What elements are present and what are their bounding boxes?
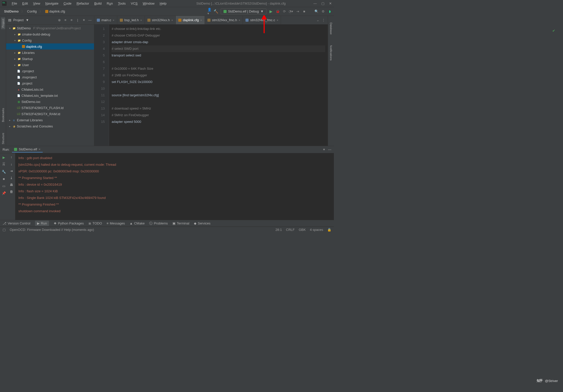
menu-run[interactable]: Run [105, 1, 115, 6]
breadcrumb-item[interactable]: daplink.cfg [43, 9, 67, 14]
run-tool-button[interactable]: ▶ Run [35, 221, 49, 226]
code-body[interactable]: # choose st-link/j-link/dap-link etc.# c… [109, 25, 328, 146]
rerun-icon[interactable]: ▶ [2, 155, 6, 159]
pin-icon[interactable]: 📌 [2, 191, 6, 195]
tree-folder[interactable]: ▾📁Config [6, 37, 94, 43]
ide-icon[interactable]: ◗ [328, 9, 332, 14]
hide-icon[interactable]: — [88, 18, 92, 22]
notifications-tool-tab[interactable]: Notifications [329, 44, 333, 62]
tree-folder[interactable]: ▸📁Libraries [6, 50, 94, 56]
menu-navigate[interactable]: Navigate [43, 1, 60, 6]
minimize-button[interactable]: — [313, 2, 317, 5]
menu-view[interactable]: View [31, 1, 42, 6]
tree-file[interactable]: 📄.cproject [6, 68, 94, 74]
tree-folder[interactable]: ▸📁User [6, 62, 94, 68]
tree-root[interactable]: ▾📁StdDemoF:\Programmer\JetBrainsProject [6, 25, 94, 31]
project-tool-tab[interactable]: Project [1, 17, 5, 29]
close-icon[interactable]: × [277, 19, 278, 22]
breadcrumb-item[interactable]: StdDemo [2, 9, 21, 14]
problems-tool-button[interactable]: ⓘ Problems [149, 221, 168, 226]
close-icon[interactable]: × [171, 19, 173, 22]
tab-bsp-led[interactable]: bsp_led.h× [117, 16, 145, 24]
wrap-icon[interactable]: ⇥ [10, 169, 13, 173]
down-icon[interactable]: ↓ [10, 162, 12, 166]
profile-icon[interactable]: ◔▾ [289, 9, 293, 14]
close-icon[interactable]: × [200, 19, 202, 22]
tool-windows-icon[interactable]: ▢ [3, 228, 6, 232]
tree-scratches[interactable]: ▸◕Scratches and Consoles [6, 123, 94, 129]
run-hide-icon[interactable]: — [328, 148, 331, 151]
vcs-tool-button[interactable]: ⎇ Version Control [3, 221, 30, 225]
menu-vcs[interactable]: VCS [129, 1, 140, 6]
tab-daplink-cfg[interactable]: daplink.cfg× [176, 16, 205, 24]
tree-file[interactable]: 📄.mxproject [6, 74, 94, 80]
close-icon[interactable]: × [113, 19, 114, 22]
tree-file[interactable]: ▦StdDemo.ioc [6, 99, 94, 105]
attach-icon[interactable]: ⇥ [296, 9, 300, 14]
tree-folder[interactable]: ▸📁Startup [6, 56, 94, 62]
collapse-icon[interactable]: ≡ [69, 18, 74, 22]
caret-position[interactable]: 28:1 [275, 228, 282, 232]
tab-main-c[interactable]: main.c× [94, 16, 117, 24]
tree-file-selected[interactable]: daplink.cfg [6, 43, 94, 50]
print-icon[interactable]: 🖶 [10, 183, 13, 187]
tree-external-libs[interactable]: ▸⫼External Libraries [6, 117, 94, 123]
close-icon[interactable]: × [39, 147, 41, 151]
close-icon[interactable]: × [140, 19, 142, 22]
menu-file[interactable]: File [10, 1, 19, 6]
run-config-selector[interactable]: StdDemo.elf | Debug ▼ [221, 8, 266, 14]
trash-icon[interactable]: 🗑 [10, 190, 13, 194]
code-editor[interactable]: 123456789101112131415 # choose st-link/j… [94, 25, 328, 146]
wrench-icon[interactable]: 🔧 [2, 170, 6, 174]
tree-file[interactable]: ▲CMakeLists.txt [6, 86, 94, 92]
services-tool-button[interactable]: ◆ Services [194, 221, 210, 225]
stop-icon[interactable]: ■ [2, 177, 6, 181]
encoding[interactable]: GBK [299, 228, 306, 232]
scroll-icon[interactable]: ⤓ [10, 176, 13, 180]
structure-tool-tab[interactable]: Structure [1, 131, 5, 146]
menu-help[interactable]: Help [158, 1, 169, 6]
menu-refactor[interactable]: Refactor [75, 1, 91, 6]
tree-file[interactable]: LDSTM32F429IGTX_RAM.ld [6, 111, 94, 117]
locate-icon[interactable]: ⊕ [57, 18, 61, 22]
tree-folder[interactable]: ▸📁cmake-build-debug [6, 31, 94, 37]
user-icon[interactable]: 👤▾ [207, 9, 212, 14]
search-icon[interactable]: 🔍 [314, 9, 319, 14]
up-icon[interactable]: ↑ [10, 155, 12, 159]
rerun-alt-icon[interactable]: R [2, 162, 6, 167]
dropdown-icon[interactable]: ▼ [26, 18, 29, 22]
line-ending[interactable]: CRLF [286, 228, 295, 232]
close-icon[interactable]: × [239, 19, 240, 22]
stop-button[interactable]: ■ [302, 9, 306, 14]
tree-file[interactable]: 📄.project [6, 80, 94, 86]
tabs-dropdown[interactable]: ⌄ [316, 18, 319, 22]
breadcrumb-item[interactable]: Config [25, 9, 39, 14]
expand-icon[interactable]: ≡ [63, 18, 67, 22]
console-output[interactable]: Info : gdb port disabled[stm32f4x.cpu] h… [15, 153, 334, 220]
menu-code[interactable]: Code [62, 1, 74, 6]
menu-edit[interactable]: Edit [20, 1, 30, 6]
terminal-tool-button[interactable]: ▣ Terminal [172, 221, 189, 225]
maximize-button[interactable]: ▢ [321, 2, 324, 5]
messages-tool-button[interactable]: ≡ Messages [107, 221, 125, 225]
run-settings-icon[interactable]: ✶ [323, 148, 325, 151]
run-tab[interactable]: StdDemo.elf× [12, 147, 42, 152]
tree-file[interactable]: 📄CMakeLists_template.txt [6, 92, 94, 99]
todo-tool-button[interactable]: ≣ TODO [88, 221, 102, 225]
options-icon[interactable]: ✶ [82, 18, 86, 22]
tree-file[interactable]: LDSTM32F429IGTX_FLASH.ld [6, 105, 94, 111]
build-icon[interactable]: 🔨 [214, 9, 218, 14]
indent[interactable]: 4 spaces [310, 228, 323, 232]
tabs-more[interactable]: ⋮ [322, 18, 325, 22]
menu-tools[interactable]: Tools [116, 1, 128, 6]
close-button[interactable]: ✕ [329, 2, 332, 5]
coverage-icon[interactable]: ⟳ [282, 9, 286, 14]
settings-icon[interactable]: ⚙ [321, 9, 325, 14]
database-tool-tab[interactable]: Database [329, 21, 333, 36]
tab-fmc-h[interactable]: stm32f4xx_fmc.h× [205, 16, 243, 24]
tab-stm32f4xx-h[interactable]: stm32f4xx.h× [145, 16, 176, 24]
menu-window[interactable]: Window [141, 1, 157, 6]
run-button[interactable]: ▶ [269, 9, 273, 14]
menu-build[interactable]: Build [92, 1, 104, 6]
bookmarks-tool-tab[interactable]: Bookmarks [1, 106, 5, 124]
